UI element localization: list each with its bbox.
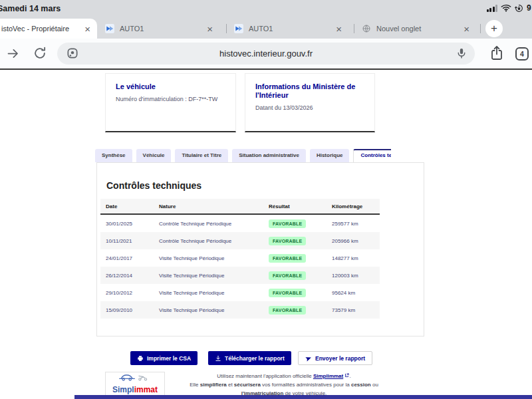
browser-tab-title: Nouvel onglet bbox=[376, 25, 421, 33]
tab-synthese[interactable]: Synthèse bbox=[95, 149, 132, 162]
cellular-signal-icon bbox=[487, 5, 498, 12]
auto1-favicon bbox=[105, 24, 114, 33]
report-date: Datant du 13/03/2026 bbox=[255, 104, 364, 111]
inspection-nature: Contrôle Technique Périodique bbox=[154, 238, 263, 244]
address-bar[interactable]: histovec.interieur.gouv.fr bbox=[57, 43, 475, 65]
table-row: 29/10/2012 Visite Technique Périodique F… bbox=[100, 284, 380, 301]
globe-icon bbox=[362, 24, 371, 33]
printer-icon bbox=[137, 355, 144, 362]
page-top-divider bbox=[0, 68, 532, 70]
wifi-icon bbox=[501, 4, 511, 12]
vehicle-card: Le véhicule Numéro d'immatriculation : D… bbox=[105, 73, 236, 132]
result-badge: FAVORABLE bbox=[269, 289, 306, 297]
footer-line-2: Elle simplifiera et sécurisera vos forma… bbox=[174, 380, 394, 389]
new-tab-button[interactable]: + bbox=[485, 20, 503, 37]
status-icons: 9 bbox=[487, 3, 532, 13]
tab-count-button[interactable]: 4 bbox=[515, 47, 529, 61]
tab-situation-administrative[interactable]: Situation administrative bbox=[232, 149, 306, 162]
tab-separator bbox=[480, 24, 481, 33]
simplimmat-wordmark: Simplimmat bbox=[106, 385, 164, 394]
inspection-km: 259577 km bbox=[327, 221, 380, 227]
reload-icon[interactable] bbox=[33, 46, 47, 61]
close-tab-icon[interactable]: × bbox=[336, 23, 342, 35]
auto1-favicon bbox=[234, 24, 243, 33]
table-row: 15/09/2010 Visite Technique Périodique F… bbox=[100, 301, 380, 319]
status-date: Samedi 14 mars bbox=[0, 4, 61, 13]
inspection-km: 120003 km bbox=[327, 273, 380, 279]
report-tab-bar: Synthèse Véhicule Titulaire et Titre Sit… bbox=[95, 149, 391, 162]
browser-tab-title: AUTO1 bbox=[120, 25, 144, 33]
download-report-button[interactable]: Télécharger le rapport bbox=[208, 351, 291, 365]
table-row: 10/11/2021 Contrôle Technique Périodique… bbox=[100, 232, 380, 249]
download-icon bbox=[215, 355, 221, 362]
controles-techniques-panel: Contrôles techniques Date Nature Résulta… bbox=[96, 162, 424, 336]
inspection-date: 24/01/2017 bbox=[100, 255, 154, 261]
tab-titulaire-et-titre[interactable]: Titulaire et Titre bbox=[175, 149, 228, 162]
print-csa-label: Imprimer le CSA bbox=[147, 355, 191, 362]
share-icon[interactable] bbox=[489, 45, 505, 62]
browser-tab-new[interactable]: Nouvel onglet × bbox=[362, 19, 476, 39]
table-row: 24/01/2017 Visite Technique Périodique F… bbox=[100, 249, 380, 267]
footer-blue-band bbox=[74, 395, 532, 399]
inspection-nature: Visite Technique Périodique bbox=[154, 307, 263, 313]
close-tab-icon[interactable]: × bbox=[207, 23, 213, 35]
inspection-date: 29/10/2012 bbox=[100, 290, 154, 296]
close-tab-icon[interactable]: × bbox=[84, 23, 90, 35]
simplimmat-link[interactable]: Simplimmat bbox=[313, 373, 343, 379]
inspection-km: 205966 km bbox=[327, 238, 380, 244]
inspections-table: Date Nature Résultat Kilométrage 30/01/2… bbox=[100, 199, 380, 319]
tab-controles-techniques[interactable]: Contrôles techniques bbox=[353, 149, 391, 162]
tab-separator bbox=[226, 24, 227, 33]
col-header-kilometrage: Kilométrage bbox=[327, 203, 380, 209]
browser-tab-title: AUTO1 bbox=[249, 25, 273, 33]
col-header-date: Date bbox=[100, 203, 154, 209]
col-header-nature: Nature bbox=[154, 203, 263, 209]
result-badge: FAVORABLE bbox=[269, 271, 306, 280]
orientation-lock-icon bbox=[515, 4, 523, 13]
browser-tab-histovec[interactable]: istoVec - Propriétaire × bbox=[0, 19, 97, 39]
tab-vehicule[interactable]: Véhicule bbox=[136, 149, 172, 162]
inspection-km: 95624 km bbox=[327, 290, 380, 296]
table-row: 26/12/2014 Visite Technique Périodique F… bbox=[100, 267, 380, 284]
inspection-date: 30/01/2025 bbox=[100, 221, 154, 227]
table-header-row: Date Nature Résultat Kilométrage bbox=[100, 199, 380, 215]
result-badge: FAVORABLE bbox=[269, 254, 306, 263]
url-text: histovec.interieur.gouv.fr bbox=[57, 49, 475, 59]
result-badge: FAVORABLE bbox=[269, 237, 306, 245]
battery-percent: 9 bbox=[527, 3, 532, 13]
footer-line-1: Utilisez maintenant l'application offici… bbox=[174, 372, 394, 380]
inspection-km: 148277 km bbox=[327, 255, 380, 261]
footer-text: Utilisez maintenant l'application offici… bbox=[174, 372, 394, 398]
inspection-date: 26/12/2014 bbox=[100, 273, 154, 279]
browser-tab-auto1-b[interactable]: AUTO1 × bbox=[234, 19, 348, 39]
close-tab-icon[interactable]: × bbox=[464, 23, 469, 35]
forward-icon[interactable] bbox=[6, 47, 20, 61]
ministry-card-title: Informations du Ministère de l'Intérieur bbox=[255, 82, 364, 100]
table-row: 30/01/2025 Contrôle Technique Périodique… bbox=[100, 215, 380, 232]
download-report-label: Télécharger le rapport bbox=[225, 355, 285, 362]
tab-historique[interactable]: Historique bbox=[310, 149, 350, 162]
inspection-nature: Visite Technique Périodique bbox=[154, 255, 263, 261]
browser-tab-title: istoVec - Propriétaire bbox=[1, 25, 69, 33]
inspection-nature: Contrôle Technique Périodique bbox=[154, 221, 263, 227]
tab-separator bbox=[354, 24, 354, 33]
send-icon bbox=[305, 354, 313, 362]
inspection-nature: Visite Technique Périodique bbox=[154, 273, 263, 279]
inspection-km: 73579 km bbox=[327, 307, 380, 313]
print-csa-button[interactable]: Imprimer le CSA bbox=[130, 351, 198, 365]
car-scooter-icon bbox=[118, 372, 152, 382]
vehicle-card-title: Le véhicule bbox=[116, 82, 225, 91]
inspection-date: 15/09/2010 bbox=[100, 307, 154, 313]
browser-chrome-top: Samedi 14 mars 9 istoVec - Propriétaire … bbox=[0, 0, 532, 39]
browser-tab-auto1-a[interactable]: AUTO1 × bbox=[105, 19, 219, 39]
inspection-date: 10/11/2021 bbox=[100, 238, 154, 244]
send-report-button[interactable]: Envoyer le rapport bbox=[298, 351, 372, 365]
col-header-resultat: Résultat bbox=[263, 203, 327, 209]
inspection-nature: Visite Technique Périodique bbox=[154, 290, 263, 296]
section-title: Contrôles techniques bbox=[106, 180, 424, 191]
registration-number: Numéro d'immatriculation : DF-7**-TW bbox=[116, 96, 225, 102]
result-badge: FAVORABLE bbox=[269, 306, 306, 315]
microphone-icon[interactable] bbox=[455, 47, 468, 60]
result-badge: FAVORABLE bbox=[269, 219, 306, 228]
screen: Samedi 14 mars 9 istoVec - Propriétaire … bbox=[0, 0, 532, 399]
